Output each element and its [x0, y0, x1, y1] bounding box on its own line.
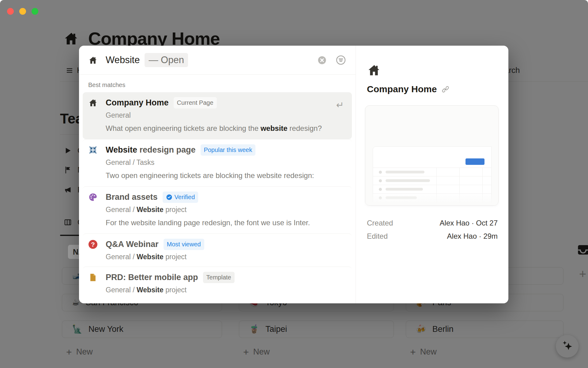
- result-path: General / Website project: [106, 206, 344, 214]
- link-icon[interactable]: [442, 85, 449, 93]
- search-result-row[interactable]: Company Home Current Page ↵ General What…: [83, 92, 352, 139]
- search-result-row[interactable]: Brand assets Verified General / Website …: [83, 186, 352, 233]
- edited-row: Edited Alex Hao · 29m: [367, 232, 498, 241]
- window-controls: [7, 8, 38, 15]
- return-key-icon: ↵: [336, 100, 344, 110]
- search-bar[interactable]: Website — Open: [79, 46, 356, 75]
- app-window: Company Home H arch Tea C M F: [0, 0, 588, 368]
- preview-pane: Company Home: [356, 46, 508, 303]
- preview-blue-button: [466, 158, 484, 165]
- result-path: General: [106, 111, 344, 120]
- result-badge: Current Page: [174, 97, 217, 108]
- result-badge: Verified: [163, 192, 198, 203]
- close-window-button[interactable]: [7, 8, 14, 15]
- result-badge: Most viewed: [164, 239, 204, 250]
- palette-result-icon: [88, 192, 98, 202]
- search-autocomplete-suggestion: — Open: [145, 53, 188, 67]
- search-result-row[interactable]: Website redesign page Popular this week …: [83, 139, 352, 186]
- search-input[interactable]: Website: [106, 55, 140, 66]
- home-scope-icon: [88, 55, 98, 65]
- home-preview-icon: [367, 63, 381, 77]
- question-result-icon: ?: [88, 240, 98, 249]
- result-path: General / Tasks: [106, 158, 344, 167]
- results-list: Company Home Current Page ↵ General What…: [79, 92, 356, 303]
- result-snippet: For the website landing page redesign, t…: [106, 218, 326, 228]
- doc-result-icon: [88, 273, 98, 282]
- result-snippet: What open engineering tickets are blocki…: [106, 123, 326, 134]
- created-label: Created: [367, 219, 393, 227]
- result-path: General / Website project: [106, 286, 344, 294]
- created-value: Alex Hao · Oct 27: [440, 219, 498, 227]
- search-result-row[interactable]: PRD: Better mobile app Template General …: [83, 267, 352, 300]
- result-badge: Popular this week: [201, 144, 256, 156]
- result-badge: Template: [203, 272, 235, 283]
- clear-search-icon[interactable]: [317, 55, 327, 65]
- search-result-row[interactable]: ? Q&A Webinar Most viewed General / Webs…: [83, 233, 352, 267]
- filter-icon[interactable]: [335, 55, 346, 66]
- results-section-label: Best matches: [79, 75, 356, 92]
- zoom-window-button[interactable]: [32, 8, 38, 15]
- preview-title: Company Home: [367, 84, 437, 94]
- search-modal: Website — Open Best matches Company Home…: [79, 46, 508, 303]
- home-result-icon: [88, 98, 98, 108]
- page-preview-thumbnail[interactable]: [365, 105, 499, 206]
- edited-label: Edited: [367, 232, 388, 241]
- search-results-pane: Website — Open Best matches Company Home…: [79, 46, 356, 303]
- minimize-window-button[interactable]: [19, 8, 26, 15]
- created-row: Created Alex Hao · Oct 27: [367, 219, 498, 227]
- collapse-result-icon: [88, 145, 98, 155]
- result-snippet: Two open engineering tickets are blockin…: [106, 170, 326, 181]
- result-path: General / Website project: [106, 253, 344, 261]
- edited-value: Alex Hao · 29m: [447, 232, 498, 241]
